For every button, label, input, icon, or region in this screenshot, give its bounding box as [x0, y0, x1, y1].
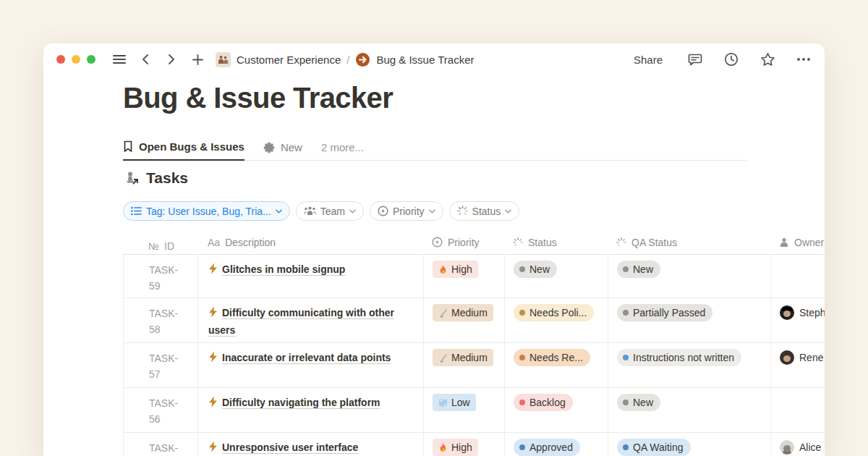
breadcrumb-page[interactable]: Bug & Issue Tracker — [376, 54, 474, 66]
task-link[interactable]: Difficulty navigating the platform — [222, 397, 380, 408]
qa-status-tag[interactable]: Instructions not written — [617, 349, 741, 366]
filter-bar: Tag: User Issue, Bug, Tria... Team Prior… — [123, 201, 519, 221]
status-label: New — [529, 263, 550, 275]
back-icon[interactable] — [137, 51, 153, 67]
tab-new[interactable]: New — [263, 135, 302, 161]
status-tag[interactable]: Backlog — [514, 394, 573, 411]
priority-cell[interactable]: Medium — [424, 343, 505, 388]
task-id-cell[interactable]: TASK- — [124, 433, 198, 456]
task-id-cell[interactable]: TASK-59 — [124, 255, 198, 298]
filter-priority-chip[interactable]: Priority — [370, 201, 443, 221]
tab-open-bugs-issues[interactable]: Open Bugs & Issues — [123, 135, 244, 161]
task-link[interactable]: Difficulty communicating with other user… — [208, 307, 394, 336]
zoom-window-button[interactable] — [87, 55, 95, 64]
filter-status-chip[interactable]: Status — [449, 201, 520, 221]
comments-icon[interactable] — [687, 51, 703, 67]
task-id-cell[interactable]: TASK-58 — [124, 298, 198, 343]
priority-pill[interactable]: High — [433, 261, 478, 278]
task-description-cell[interactable]: Difficulty navigating the platform — [198, 388, 424, 433]
qa-status-cell[interactable]: Instructions not written — [608, 343, 771, 388]
qa-status-tag[interactable]: Partially Passed — [617, 304, 712, 321]
priority-cell[interactable]: High — [424, 433, 505, 456]
priority-cell[interactable]: Medium — [424, 298, 505, 343]
priority-pill[interactable]: High — [433, 439, 478, 456]
column-label: Owner — [794, 237, 824, 248]
owner-cell[interactable] — [771, 388, 825, 433]
status-spinner-icon — [513, 237, 523, 248]
owner-name: Steph — [799, 305, 825, 320]
status-tag[interactable]: Needs Poli... — [514, 304, 594, 321]
task-id-cell[interactable]: TASK-57 — [124, 343, 198, 388]
forward-icon[interactable] — [163, 51, 179, 67]
breadcrumb-workspace[interactable]: Customer Experience — [237, 54, 341, 66]
table-row: TASK-57 Inaccurate or irrelevant data po… — [123, 343, 825, 388]
more-options-icon[interactable] — [796, 51, 812, 67]
owner-cell[interactable]: Alice — [771, 433, 825, 456]
qa-status-cell[interactable]: New — [608, 388, 771, 433]
task-id-cell[interactable]: TASK-56 — [124, 388, 198, 433]
workspace-people-icon — [216, 52, 231, 67]
task-link[interactable]: Glitches in mobile signup — [222, 263, 345, 275]
favorite-star-icon[interactable] — [760, 51, 775, 67]
status-tag[interactable]: Needs Re... — [514, 349, 590, 366]
priority-label: Medium — [451, 352, 488, 363]
minimize-window-button[interactable] — [72, 55, 80, 64]
task-description-cell[interactable]: Glitches in mobile signup — [198, 255, 424, 298]
flame-icon — [438, 264, 448, 275]
status-tag[interactable]: Approved — [514, 439, 580, 456]
task-description-cell[interactable]: Difficulty communicating with other user… — [198, 298, 424, 343]
qa-status-tag[interactable]: QA Waiting — [617, 439, 691, 456]
task-description-cell[interactable]: Inaccurate or irrelevant data points — [198, 343, 424, 388]
priority-pill[interactable]: Low — [433, 394, 476, 411]
column-header-priority[interactable]: Priority — [423, 230, 504, 255]
status-cell[interactable]: Approved — [505, 433, 608, 456]
lightning-bolt-icon — [208, 306, 218, 318]
new-page-icon[interactable] — [190, 51, 205, 67]
qa-status-label: QA Waiting — [633, 442, 684, 453]
task-link[interactable]: Inaccurate or irrelevant data points — [222, 352, 391, 363]
share-button[interactable]: Share — [634, 54, 663, 66]
sidebar-menu-icon[interactable] — [111, 51, 127, 67]
owner-name: Rene — [799, 350, 823, 365]
priority-pill[interactable]: Medium — [433, 349, 493, 366]
status-dot-icon — [623, 266, 629, 272]
status-cell[interactable]: Needs Poli... — [505, 298, 608, 343]
status-tag[interactable]: New — [514, 261, 557, 278]
column-header-id[interactable]: № ID — [123, 230, 197, 255]
qa-status-cell[interactable]: New — [608, 255, 771, 298]
list-icon — [131, 206, 142, 216]
owner-name: Alice — [799, 440, 821, 455]
priority-cell[interactable]: High — [424, 255, 505, 298]
needle-icon — [438, 352, 448, 363]
qa-status-cell[interactable]: Partially Passed — [608, 298, 771, 343]
status-label: Backlog — [529, 397, 566, 408]
column-header-qa-status[interactable]: QA Status — [608, 230, 770, 255]
status-cell[interactable]: Backlog — [505, 388, 608, 433]
flame-icon — [438, 442, 448, 453]
task-description-cell[interactable]: Unresponsive user interface — [198, 433, 424, 456]
column-label: ID — [164, 238, 174, 254]
owner-cell[interactable] — [771, 255, 825, 298]
priority-pill[interactable]: Medium — [433, 304, 493, 321]
priority-cell[interactable]: Low — [424, 388, 505, 433]
column-header-owner[interactable]: Owner — [770, 230, 825, 255]
column-label: QA Status — [631, 237, 677, 248]
close-window-button[interactable] — [56, 55, 65, 64]
filter-team-chip[interactable]: Team — [296, 201, 364, 221]
status-cell[interactable]: Needs Re... — [505, 343, 608, 388]
column-header-description[interactable]: Aa Description — [197, 230, 423, 255]
column-header-status[interactable]: Status — [504, 230, 608, 255]
owner-cell[interactable]: Rene — [771, 343, 825, 388]
tab-more[interactable]: 2 more... — [321, 135, 364, 161]
owner-cell[interactable]: Steph — [771, 298, 825, 343]
updates-clock-icon[interactable] — [723, 51, 739, 67]
column-label: Priority — [448, 237, 480, 248]
priority-target-icon — [432, 237, 443, 248]
table-body: TASK-59 Glitches in mobile signup High N… — [123, 255, 825, 456]
filter-tag-chip[interactable]: Tag: User Issue, Bug, Tria... — [123, 201, 290, 221]
status-cell[interactable]: New — [505, 255, 608, 298]
qa-status-tag[interactable]: New — [617, 261, 660, 278]
qa-status-cell[interactable]: QA Waiting — [608, 433, 771, 456]
task-link[interactable]: Unresponsive user interface — [222, 442, 358, 453]
qa-status-tag[interactable]: New — [617, 394, 660, 411]
